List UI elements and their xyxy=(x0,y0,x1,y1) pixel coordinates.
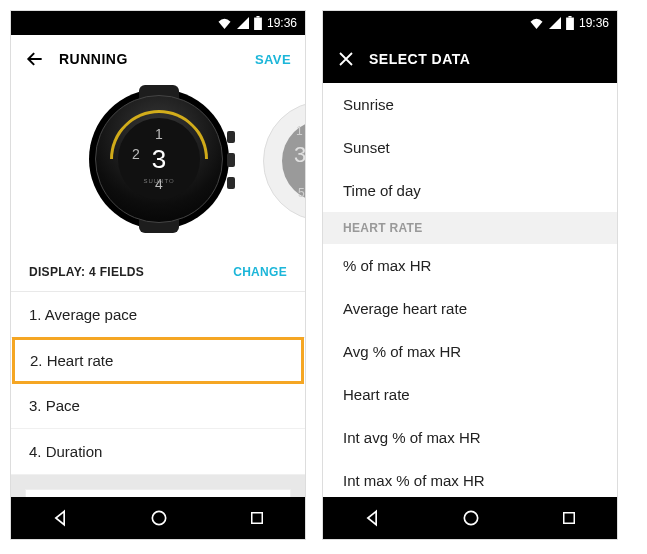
field-item[interactable]: 4. Duration xyxy=(11,429,305,475)
page-title: RUNNING xyxy=(59,51,241,67)
section-header: HEART RATE xyxy=(323,212,617,244)
change-button[interactable]: CHANGE xyxy=(233,265,287,279)
field-list: 1. Average pace 2. Heart rate 3. Pace 4.… xyxy=(11,292,305,475)
page-title: SELECT DATA xyxy=(369,51,603,67)
status-time: 19:36 xyxy=(267,16,297,30)
title-bar: SELECT DATA xyxy=(323,35,617,83)
svg-rect-1 xyxy=(256,16,259,18)
data-item[interactable]: Heart rate xyxy=(323,373,617,416)
svg-rect-3 xyxy=(251,513,262,524)
display-config-row: DISPLAY: 4 FIELDS CHANGE xyxy=(11,253,305,292)
svg-point-2 xyxy=(152,511,165,524)
svg-rect-0 xyxy=(254,18,262,30)
data-item[interactable]: Average heart rate xyxy=(323,287,617,330)
data-item[interactable]: Sunrise xyxy=(323,83,617,126)
data-item[interactable]: Time of day xyxy=(323,169,617,212)
nav-home-icon[interactable] xyxy=(149,508,169,528)
field-item-selected[interactable]: 2. Heart rate xyxy=(12,337,304,384)
field-item[interactable]: 3. Pace xyxy=(11,383,305,429)
android-navbar xyxy=(323,497,617,539)
status-bar: 19:36 xyxy=(323,11,617,35)
wifi-icon xyxy=(217,17,232,29)
battery-icon xyxy=(566,16,574,30)
nav-recent-icon[interactable] xyxy=(248,509,266,527)
watch-preview: 1 2 3 4 SUUNTO 1 3 5 xyxy=(11,83,305,253)
nav-recent-icon[interactable] xyxy=(560,509,578,527)
signal-icon xyxy=(549,17,561,29)
status-time: 19:36 xyxy=(579,16,609,30)
nav-back-icon[interactable] xyxy=(362,508,382,528)
svg-rect-5 xyxy=(568,16,571,18)
phone-right: 19:36 SELECT DATA Sunrise Sunset Time of… xyxy=(322,10,618,540)
svg-point-6 xyxy=(464,511,477,524)
display-label: DISPLAY: 4 FIELDS xyxy=(29,265,144,279)
close-icon[interactable] xyxy=(337,50,355,68)
data-item[interactable]: Int max % of max HR xyxy=(323,459,617,497)
title-bar: RUNNING SAVE xyxy=(11,35,305,83)
status-bar: 19:36 xyxy=(11,11,305,35)
svg-rect-7 xyxy=(563,513,574,524)
signal-icon xyxy=(237,17,249,29)
nav-back-icon[interactable] xyxy=(50,508,70,528)
save-button[interactable]: SAVE xyxy=(255,52,291,67)
nav-home-icon[interactable] xyxy=(461,508,481,528)
phone-left: 19:36 RUNNING SAVE 1 2 3 4 SUUNTO 1 3 5 xyxy=(10,10,306,540)
data-item[interactable]: Sunset xyxy=(323,126,617,169)
battery-icon xyxy=(254,16,262,30)
android-navbar xyxy=(11,497,305,539)
data-item[interactable]: Int avg % of max HR xyxy=(323,416,617,459)
back-icon[interactable] xyxy=(25,49,45,69)
wifi-icon xyxy=(529,17,544,29)
svg-rect-4 xyxy=(566,18,574,30)
data-item[interactable]: % of max HR xyxy=(323,244,617,287)
watch-next[interactable]: 1 3 5 xyxy=(263,101,305,221)
data-list[interactable]: Sunrise Sunset Time of day HEART RATE % … xyxy=(323,83,617,497)
watch-main[interactable]: 1 2 3 4 SUUNTO xyxy=(89,89,229,229)
data-item[interactable]: Avg % of max HR xyxy=(323,330,617,373)
field-item[interactable]: 1. Average pace xyxy=(11,292,305,338)
